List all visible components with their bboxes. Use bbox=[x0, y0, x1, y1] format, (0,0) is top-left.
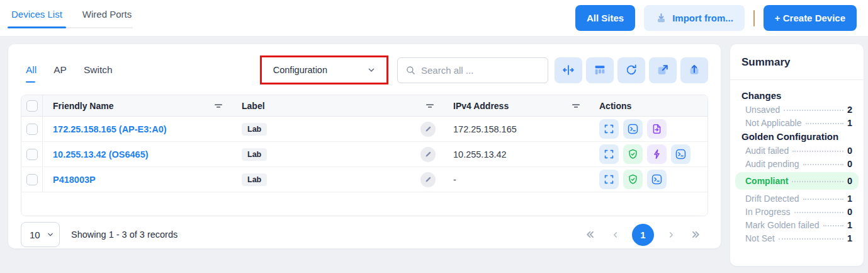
fullscreen-button[interactable] bbox=[599, 170, 619, 189]
summary-item-label: Drift Detected bbox=[745, 194, 799, 204]
devices-panel: All AP Switch Configuration bbox=[8, 44, 721, 248]
tab-wired-ports[interactable]: Wired Ports bbox=[81, 8, 133, 27]
table-footer: 10 Showing 1 - 3 of 3 records 1 bbox=[21, 222, 708, 247]
summary-item-audit-pending: Audit pending 0 bbox=[740, 157, 854, 170]
summary-item-value: 1 bbox=[847, 220, 852, 230]
expand-columns-button[interactable] bbox=[555, 57, 582, 83]
pagination: 1 bbox=[582, 224, 704, 246]
row-checkbox[interactable] bbox=[26, 124, 38, 135]
edit-label-button[interactable] bbox=[420, 122, 436, 137]
summary-item-label: Unsaved bbox=[745, 105, 780, 115]
summary-item-value: 0 bbox=[847, 176, 852, 186]
search-input[interactable] bbox=[421, 65, 540, 76]
prev-page-button[interactable] bbox=[607, 226, 623, 243]
summary-item-in-progress: In Progress 0 bbox=[740, 205, 854, 218]
refresh-button[interactable] bbox=[617, 57, 645, 83]
refresh-icon bbox=[624, 63, 638, 77]
import-from-button[interactable]: Import from... bbox=[644, 5, 745, 31]
terminal-button[interactable] bbox=[623, 119, 643, 139]
view-mode-select[interactable]: Configuration bbox=[267, 60, 381, 80]
summary-item-unsaved: Unsaved 2 bbox=[740, 103, 854, 116]
table-empty-space bbox=[21, 192, 707, 216]
table-row: 10.255.13.42 (OS6465) Lab 10.255.13.42 bbox=[21, 142, 707, 167]
expand-columns-icon bbox=[561, 63, 575, 77]
first-page-button[interactable] bbox=[582, 226, 598, 243]
shield-check-button[interactable] bbox=[623, 170, 643, 189]
device-name-link[interactable]: 172.25.158.165 (AP-E3:A0) bbox=[53, 124, 167, 134]
device-name-link[interactable]: P418003P bbox=[53, 175, 96, 185]
summary-item-label: Not Applicable bbox=[745, 118, 802, 128]
device-name-link[interactable]: 10.255.13.42 (OS6465) bbox=[53, 149, 149, 160]
ipv4-value: 172.25.158.165 bbox=[453, 124, 517, 134]
summary-item-label: Compliant bbox=[745, 176, 788, 186]
row-checkbox[interactable] bbox=[26, 149, 38, 160]
col-friendly-name: Friendly Name bbox=[53, 101, 113, 111]
select-all-checkbox[interactable] bbox=[26, 100, 38, 112]
fullscreen-button[interactable] bbox=[599, 119, 619, 139]
dotted-leader bbox=[803, 164, 843, 165]
summary-item-drift-detected: Drift Detected 1 bbox=[740, 192, 854, 205]
col-ipv4: IPv4 Address bbox=[453, 101, 509, 111]
ipv4-value: 10.255.13.42 bbox=[453, 149, 507, 160]
device-type-tabs: All AP Switch bbox=[26, 64, 113, 76]
table-header-row: Friendly Name Label IPv4 Address bbox=[21, 95, 707, 117]
columns-settings-button[interactable] bbox=[586, 57, 614, 83]
table-row: P418003P Lab - bbox=[21, 167, 707, 192]
summary-item-value: 0 bbox=[847, 207, 852, 217]
topbar-actions: All Sites Import from... + Create Device bbox=[575, 5, 857, 31]
type-tab-switch[interactable]: Switch bbox=[84, 64, 113, 76]
summary-item-value: 1 bbox=[847, 194, 852, 204]
filter-icon[interactable] bbox=[424, 100, 436, 112]
filter-icon[interactable] bbox=[570, 100, 582, 112]
filter-icon[interactable] bbox=[213, 100, 224, 112]
next-page-button[interactable] bbox=[663, 226, 679, 243]
create-device-button[interactable]: + Create Device bbox=[764, 5, 857, 31]
summary-item-value: 1 bbox=[847, 118, 852, 128]
lightning-button[interactable] bbox=[647, 144, 667, 164]
page-size-value: 10 bbox=[30, 229, 40, 240]
label-chip: Lab bbox=[242, 148, 267, 161]
edit-label-button[interactable] bbox=[420, 172, 436, 187]
summary-section-golden-configuration: Golden Configuration bbox=[740, 129, 854, 144]
summary-item-value: 2 bbox=[847, 105, 852, 115]
terminal-button[interactable] bbox=[671, 144, 690, 164]
shield-check-button[interactable] bbox=[623, 144, 643, 164]
table-toolbar: All AP Switch Configuration bbox=[21, 53, 708, 87]
search-icon bbox=[405, 65, 416, 76]
page-size-select[interactable]: 10 bbox=[21, 222, 60, 247]
open-external-button[interactable] bbox=[649, 57, 677, 83]
search-box bbox=[397, 57, 548, 83]
summary-item-compliant: Compliant 0 bbox=[735, 172, 859, 190]
summary-item-label: Not Set bbox=[745, 233, 775, 243]
summary-panel: Summary Changes Unsaved 2 Not Applicable… bbox=[730, 44, 864, 266]
label-chip: Lab bbox=[242, 173, 267, 186]
summary-item-not-applicable: Not Applicable 1 bbox=[740, 116, 854, 129]
page-1-button[interactable]: 1 bbox=[632, 224, 654, 246]
upload-button[interactable] bbox=[680, 57, 708, 83]
row-checkbox[interactable] bbox=[26, 174, 38, 185]
import-from-label: Import from... bbox=[672, 13, 733, 23]
col-actions: Actions bbox=[599, 101, 631, 111]
type-tab-ap[interactable]: AP bbox=[54, 64, 67, 76]
config-file-button[interactable] bbox=[647, 119, 667, 139]
dotted-leader bbox=[792, 181, 843, 182]
last-page-button[interactable] bbox=[688, 226, 704, 243]
summary-item-label: Audit pending bbox=[745, 159, 799, 169]
type-tab-all[interactable]: All bbox=[26, 64, 37, 76]
page-tabs: Devices List Wired Ports bbox=[10, 8, 133, 28]
summary-item-value: 0 bbox=[847, 159, 852, 169]
summary-item-mark-golden-failed: Mark Golden failed 1 bbox=[740, 218, 854, 231]
summary-item-label: Mark Golden failed bbox=[745, 220, 820, 230]
dotted-leader bbox=[823, 225, 843, 226]
external-link-icon bbox=[656, 63, 670, 77]
terminal-button[interactable] bbox=[647, 170, 667, 189]
chevron-down-icon bbox=[46, 230, 55, 239]
tab-devices-list[interactable]: Devices List bbox=[10, 8, 64, 27]
dotted-leader bbox=[794, 212, 843, 213]
all-sites-button[interactable]: All Sites bbox=[575, 5, 635, 31]
fullscreen-button[interactable] bbox=[599, 144, 619, 164]
dotted-leader bbox=[784, 110, 843, 111]
dotted-leader bbox=[806, 123, 843, 124]
dotted-leader bbox=[779, 238, 843, 240]
edit-label-button[interactable] bbox=[420, 147, 436, 162]
